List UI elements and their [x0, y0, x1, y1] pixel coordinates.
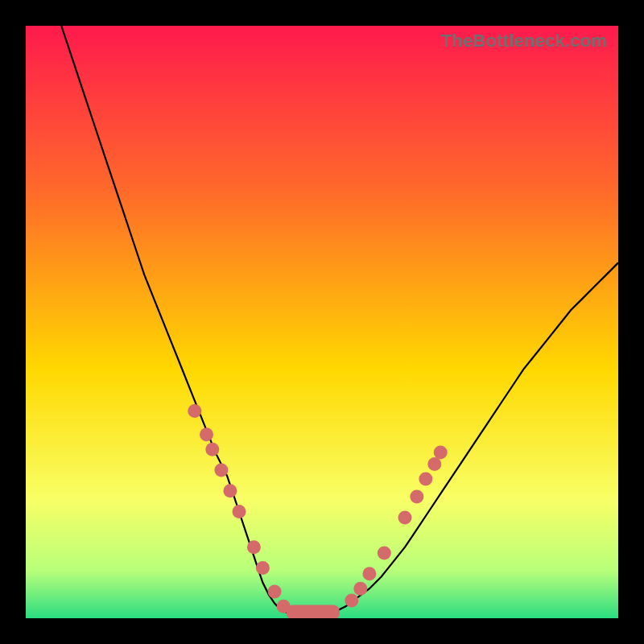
data-dot	[247, 540, 261, 554]
data-dot	[256, 561, 270, 575]
data-dot	[353, 582, 367, 596]
data-dot	[233, 505, 246, 518]
data-dot	[410, 490, 423, 504]
data-dot	[200, 427, 213, 441]
floor-bar	[287, 605, 340, 618]
data-dot	[378, 547, 391, 560]
bottleneck-curve	[26, 26, 618, 618]
data-dot	[419, 473, 432, 486]
chart-frame: TheBottleneck.com	[0, 0, 644, 644]
data-dot	[223, 484, 237, 497]
watermark-text: TheBottleneck.com	[441, 31, 607, 52]
data-dot	[427, 457, 441, 471]
data-dot	[362, 567, 376, 580]
data-dot	[434, 445, 448, 459]
plot-area: TheBottleneck.com	[26, 26, 618, 618]
data-dot	[214, 464, 228, 477]
data-dot	[345, 593, 358, 607]
data-dot	[268, 584, 282, 598]
data-dot	[398, 510, 412, 524]
data-dot	[188, 404, 201, 418]
data-dot	[205, 443, 219, 456]
